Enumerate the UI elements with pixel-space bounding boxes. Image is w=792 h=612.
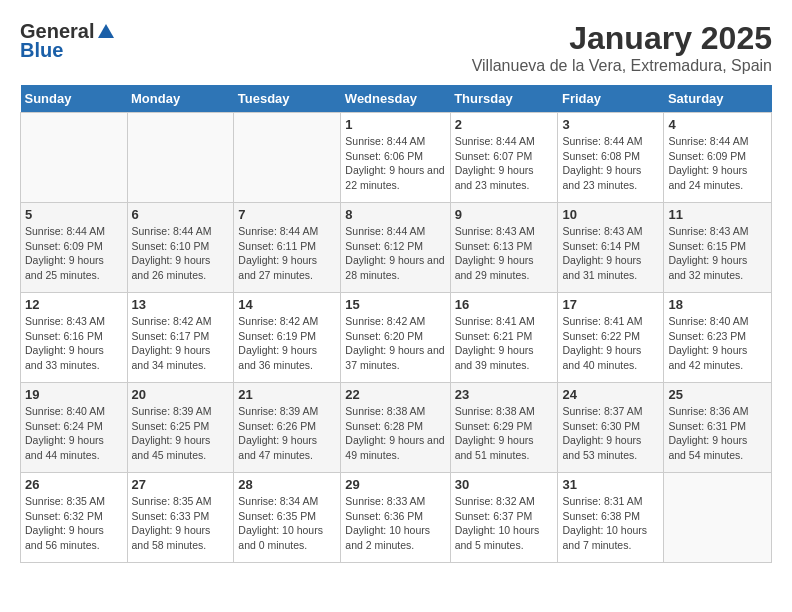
day-info: Sunrise: 8:35 AM Sunset: 6:32 PM Dayligh…	[25, 494, 123, 553]
day-number: 27	[132, 477, 230, 492]
calendar-cell: 6Sunrise: 8:44 AM Sunset: 6:10 PM Daylig…	[127, 203, 234, 293]
day-number: 30	[455, 477, 554, 492]
day-info: Sunrise: 8:40 AM Sunset: 6:23 PM Dayligh…	[668, 314, 767, 373]
day-number: 20	[132, 387, 230, 402]
calendar-title: January 2025	[472, 20, 772, 57]
calendar-cell: 20Sunrise: 8:39 AM Sunset: 6:25 PM Dayli…	[127, 383, 234, 473]
calendar-cell: 2Sunrise: 8:44 AM Sunset: 6:07 PM Daylig…	[450, 113, 558, 203]
day-number: 29	[345, 477, 445, 492]
weekday-header-monday: Monday	[127, 85, 234, 113]
day-info: Sunrise: 8:38 AM Sunset: 6:29 PM Dayligh…	[455, 404, 554, 463]
weekday-header-thursday: Thursday	[450, 85, 558, 113]
day-number: 8	[345, 207, 445, 222]
day-info: Sunrise: 8:31 AM Sunset: 6:38 PM Dayligh…	[562, 494, 659, 553]
calendar-cell: 28Sunrise: 8:34 AM Sunset: 6:35 PM Dayli…	[234, 473, 341, 563]
weekday-header-tuesday: Tuesday	[234, 85, 341, 113]
day-number: 1	[345, 117, 445, 132]
day-number: 23	[455, 387, 554, 402]
day-number: 6	[132, 207, 230, 222]
day-info: Sunrise: 8:39 AM Sunset: 6:25 PM Dayligh…	[132, 404, 230, 463]
day-number: 26	[25, 477, 123, 492]
day-info: Sunrise: 8:44 AM Sunset: 6:06 PM Dayligh…	[345, 134, 445, 193]
day-info: Sunrise: 8:35 AM Sunset: 6:33 PM Dayligh…	[132, 494, 230, 553]
calendar-cell: 15Sunrise: 8:42 AM Sunset: 6:20 PM Dayli…	[341, 293, 450, 383]
day-number: 17	[562, 297, 659, 312]
day-info: Sunrise: 8:36 AM Sunset: 6:31 PM Dayligh…	[668, 404, 767, 463]
day-info: Sunrise: 8:44 AM Sunset: 6:07 PM Dayligh…	[455, 134, 554, 193]
day-info: Sunrise: 8:44 AM Sunset: 6:12 PM Dayligh…	[345, 224, 445, 283]
calendar-cell: 9Sunrise: 8:43 AM Sunset: 6:13 PM Daylig…	[450, 203, 558, 293]
weekday-header-saturday: Saturday	[664, 85, 772, 113]
calendar-cell: 18Sunrise: 8:40 AM Sunset: 6:23 PM Dayli…	[664, 293, 772, 383]
calendar-cell: 19Sunrise: 8:40 AM Sunset: 6:24 PM Dayli…	[21, 383, 128, 473]
calendar-cell: 4Sunrise: 8:44 AM Sunset: 6:09 PM Daylig…	[664, 113, 772, 203]
weekday-header-sunday: Sunday	[21, 85, 128, 113]
calendar-cell: 26Sunrise: 8:35 AM Sunset: 6:32 PM Dayli…	[21, 473, 128, 563]
day-info: Sunrise: 8:44 AM Sunset: 6:08 PM Dayligh…	[562, 134, 659, 193]
calendar-cell: 3Sunrise: 8:44 AM Sunset: 6:08 PM Daylig…	[558, 113, 664, 203]
day-number: 24	[562, 387, 659, 402]
calendar-cell: 24Sunrise: 8:37 AM Sunset: 6:30 PM Dayli…	[558, 383, 664, 473]
day-info: Sunrise: 8:37 AM Sunset: 6:30 PM Dayligh…	[562, 404, 659, 463]
day-info: Sunrise: 8:42 AM Sunset: 6:19 PM Dayligh…	[238, 314, 336, 373]
day-number: 16	[455, 297, 554, 312]
day-number: 4	[668, 117, 767, 132]
calendar-cell: 23Sunrise: 8:38 AM Sunset: 6:29 PM Dayli…	[450, 383, 558, 473]
day-number: 18	[668, 297, 767, 312]
calendar-cell: 7Sunrise: 8:44 AM Sunset: 6:11 PM Daylig…	[234, 203, 341, 293]
day-info: Sunrise: 8:44 AM Sunset: 6:09 PM Dayligh…	[668, 134, 767, 193]
calendar-cell: 30Sunrise: 8:32 AM Sunset: 6:37 PM Dayli…	[450, 473, 558, 563]
calendar-cell: 8Sunrise: 8:44 AM Sunset: 6:12 PM Daylig…	[341, 203, 450, 293]
day-info: Sunrise: 8:43 AM Sunset: 6:16 PM Dayligh…	[25, 314, 123, 373]
title-section: January 2025 Villanueva de la Vera, Extr…	[472, 20, 772, 75]
svg-marker-0	[98, 24, 114, 38]
day-info: Sunrise: 8:33 AM Sunset: 6:36 PM Dayligh…	[345, 494, 445, 553]
calendar-cell	[127, 113, 234, 203]
calendar-cell: 16Sunrise: 8:41 AM Sunset: 6:21 PM Dayli…	[450, 293, 558, 383]
day-number: 2	[455, 117, 554, 132]
calendar-cell	[234, 113, 341, 203]
weekday-header-wednesday: Wednesday	[341, 85, 450, 113]
day-number: 7	[238, 207, 336, 222]
logo-triangle-icon	[96, 22, 116, 42]
week-row-4: 19Sunrise: 8:40 AM Sunset: 6:24 PM Dayli…	[21, 383, 772, 473]
day-number: 15	[345, 297, 445, 312]
day-info: Sunrise: 8:43 AM Sunset: 6:14 PM Dayligh…	[562, 224, 659, 283]
calendar-cell: 25Sunrise: 8:36 AM Sunset: 6:31 PM Dayli…	[664, 383, 772, 473]
day-number: 10	[562, 207, 659, 222]
day-number: 14	[238, 297, 336, 312]
day-number: 13	[132, 297, 230, 312]
calendar-cell	[21, 113, 128, 203]
weekday-header-row: SundayMondayTuesdayWednesdayThursdayFrid…	[21, 85, 772, 113]
day-number: 21	[238, 387, 336, 402]
day-info: Sunrise: 8:38 AM Sunset: 6:28 PM Dayligh…	[345, 404, 445, 463]
day-info: Sunrise: 8:44 AM Sunset: 6:09 PM Dayligh…	[25, 224, 123, 283]
day-number: 9	[455, 207, 554, 222]
calendar-cell: 13Sunrise: 8:42 AM Sunset: 6:17 PM Dayli…	[127, 293, 234, 383]
day-info: Sunrise: 8:41 AM Sunset: 6:22 PM Dayligh…	[562, 314, 659, 373]
day-info: Sunrise: 8:32 AM Sunset: 6:37 PM Dayligh…	[455, 494, 554, 553]
day-number: 25	[668, 387, 767, 402]
week-row-5: 26Sunrise: 8:35 AM Sunset: 6:32 PM Dayli…	[21, 473, 772, 563]
calendar-cell: 17Sunrise: 8:41 AM Sunset: 6:22 PM Dayli…	[558, 293, 664, 383]
week-row-1: 1Sunrise: 8:44 AM Sunset: 6:06 PM Daylig…	[21, 113, 772, 203]
day-info: Sunrise: 8:39 AM Sunset: 6:26 PM Dayligh…	[238, 404, 336, 463]
page-header: General Blue January 2025 Villanueva de …	[20, 20, 772, 75]
logo-blue: Blue	[20, 39, 63, 62]
calendar-cell: 1Sunrise: 8:44 AM Sunset: 6:06 PM Daylig…	[341, 113, 450, 203]
logo: General Blue	[20, 20, 116, 62]
calendar-cell: 5Sunrise: 8:44 AM Sunset: 6:09 PM Daylig…	[21, 203, 128, 293]
day-number: 19	[25, 387, 123, 402]
day-number: 22	[345, 387, 445, 402]
day-number: 28	[238, 477, 336, 492]
day-info: Sunrise: 8:44 AM Sunset: 6:10 PM Dayligh…	[132, 224, 230, 283]
calendar-cell: 31Sunrise: 8:31 AM Sunset: 6:38 PM Dayli…	[558, 473, 664, 563]
calendar-subtitle: Villanueva de la Vera, Extremadura, Spai…	[472, 57, 772, 75]
day-info: Sunrise: 8:43 AM Sunset: 6:13 PM Dayligh…	[455, 224, 554, 283]
calendar-cell: 22Sunrise: 8:38 AM Sunset: 6:28 PM Dayli…	[341, 383, 450, 473]
day-info: Sunrise: 8:41 AM Sunset: 6:21 PM Dayligh…	[455, 314, 554, 373]
calendar-cell: 14Sunrise: 8:42 AM Sunset: 6:19 PM Dayli…	[234, 293, 341, 383]
day-info: Sunrise: 8:43 AM Sunset: 6:15 PM Dayligh…	[668, 224, 767, 283]
weekday-header-friday: Friday	[558, 85, 664, 113]
calendar-cell: 12Sunrise: 8:43 AM Sunset: 6:16 PM Dayli…	[21, 293, 128, 383]
